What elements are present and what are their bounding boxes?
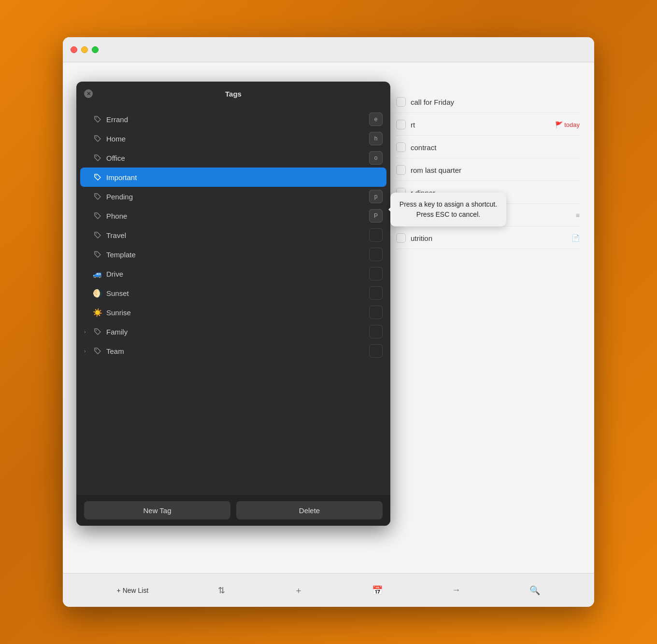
shortcut-key-important[interactable] bbox=[365, 170, 379, 184]
tag-item-pending[interactable]: Pendingp bbox=[76, 187, 390, 206]
close-button[interactable] bbox=[71, 46, 77, 53]
main-content: ✕ Tags Errande Homeh Officeo Important P… bbox=[63, 62, 594, 573]
task-checkbox[interactable] bbox=[396, 233, 406, 243]
tag-icon-office bbox=[93, 153, 102, 163]
tag-label-phone: Phone bbox=[106, 212, 383, 220]
expand-arrow: › bbox=[84, 329, 92, 335]
filter-button[interactable]: ⇅ bbox=[218, 585, 225, 596]
modal-title: Tags bbox=[225, 90, 242, 98]
shortcut-key-home[interactable]: h bbox=[369, 132, 383, 145]
task-checkbox[interactable] bbox=[396, 142, 406, 152]
task-text: rt bbox=[411, 121, 550, 129]
svg-point-5 bbox=[96, 214, 97, 215]
svg-point-2 bbox=[96, 156, 97, 157]
new-list-button[interactable]: + New List bbox=[117, 587, 149, 594]
tag-icon-travel bbox=[93, 230, 102, 240]
modal-footer: New Tag Delete bbox=[76, 495, 390, 526]
shortcut-key-family[interactable] bbox=[369, 325, 383, 338]
bottom-toolbar: + New List ⇅ ＋ 📅 → 🔍 bbox=[63, 573, 594, 607]
svg-point-4 bbox=[96, 195, 97, 196]
add-icon: ＋ bbox=[294, 585, 303, 596]
tag-item-phone[interactable]: PhoneP bbox=[76, 206, 390, 225]
search-button[interactable]: 🔍 bbox=[529, 585, 540, 596]
tag-icon-important bbox=[93, 172, 102, 182]
shortcut-key-sunrise[interactable] bbox=[369, 306, 383, 319]
tag-icon-pending bbox=[93, 192, 102, 201]
tag-icon-errand bbox=[93, 114, 102, 124]
expand-arrow: › bbox=[84, 348, 92, 354]
tag-item-home[interactable]: Homeh bbox=[76, 129, 390, 148]
task-text: utrition bbox=[411, 234, 567, 242]
svg-point-1 bbox=[96, 137, 97, 138]
tooltip-text: Press a key to assign a shortcut. Press … bbox=[400, 200, 497, 218]
task-flag: 🚩 today bbox=[555, 121, 580, 128]
svg-point-8 bbox=[96, 330, 97, 331]
tag-label-sunset: Sunset bbox=[106, 289, 383, 297]
task-checkbox[interactable] bbox=[396, 97, 406, 107]
tag-item-family[interactable]: › Family bbox=[76, 322, 390, 341]
maximize-button[interactable] bbox=[92, 46, 99, 53]
tags-modal: ✕ Tags Errande Homeh Officeo Important P… bbox=[76, 82, 390, 526]
shortcut-key-travel[interactable] bbox=[369, 228, 383, 242]
tag-label-home: Home bbox=[106, 135, 383, 143]
task-checkbox[interactable] bbox=[396, 120, 406, 129]
tag-item-important[interactable]: Important bbox=[80, 168, 386, 187]
tag-item-office[interactable]: Officeo bbox=[76, 148, 390, 168]
new-list-label: + New List bbox=[117, 587, 149, 594]
task-item-t4: rom last quarter bbox=[396, 159, 580, 181]
modal-close-icon: ✕ bbox=[86, 91, 91, 97]
svg-point-6 bbox=[96, 233, 97, 234]
task-text: contract bbox=[411, 143, 580, 152]
svg-point-9 bbox=[96, 349, 97, 350]
task-checkbox[interactable] bbox=[396, 165, 406, 175]
tag-label-drive: Drive bbox=[106, 270, 383, 278]
tag-item-sunrise[interactable]: ☀️Sunrise bbox=[76, 303, 390, 322]
calendar-icon: 📅 bbox=[372, 585, 383, 596]
tags-list: Errande Homeh Officeo Important Pendingp… bbox=[76, 106, 390, 495]
filter-icon: ⇅ bbox=[218, 585, 225, 596]
tag-label-family: Family bbox=[106, 328, 383, 336]
shortcut-key-drive[interactable] bbox=[369, 267, 383, 280]
tag-emoji-drive: 🚙 bbox=[93, 269, 102, 279]
tag-emoji-sunset: 🌖 bbox=[93, 288, 102, 298]
task-item-t1: call for Friday bbox=[396, 91, 580, 113]
tag-item-drive[interactable]: 🚙Drive bbox=[76, 264, 390, 283]
tag-label-travel: Travel bbox=[106, 231, 383, 239]
tag-icon-phone bbox=[93, 211, 102, 221]
tag-icon-template bbox=[93, 250, 102, 259]
task-item-t8: utrition📄 bbox=[396, 227, 580, 249]
tag-item-team[interactable]: › Team bbox=[76, 341, 390, 361]
shortcut-key-phone[interactable]: P bbox=[369, 209, 383, 223]
tag-item-errand[interactable]: Errande bbox=[76, 110, 390, 129]
new-tag-button[interactable]: New Tag bbox=[84, 501, 230, 519]
tag-label-template: Template bbox=[106, 251, 383, 259]
task-item-t3: contract bbox=[396, 137, 580, 158]
tag-label-sunrise: Sunrise bbox=[106, 308, 383, 317]
arrow-button[interactable]: → bbox=[452, 585, 460, 595]
task-panel: call for Fridayrt🚩 todaycontractrom last… bbox=[377, 62, 594, 573]
svg-point-7 bbox=[96, 252, 97, 253]
tag-item-template[interactable]: Template bbox=[76, 245, 390, 264]
shortcut-key-office[interactable]: o bbox=[369, 151, 383, 165]
delete-button[interactable]: Delete bbox=[236, 501, 383, 519]
shortcut-key-pending[interactable]: p bbox=[369, 190, 383, 203]
shortcut-key-template[interactable] bbox=[369, 248, 383, 261]
add-button[interactable]: ＋ bbox=[294, 585, 303, 596]
tag-label-errand: Errand bbox=[106, 115, 383, 124]
tag-icon-team bbox=[93, 346, 102, 356]
tag-label-pending: Pending bbox=[106, 193, 383, 201]
minimize-button[interactable] bbox=[81, 46, 88, 53]
shortcut-key-team[interactable] bbox=[369, 344, 383, 358]
task-list-icon: ≡ bbox=[576, 211, 580, 219]
modal-close-button[interactable]: ✕ bbox=[84, 89, 93, 98]
shortcut-key-errand[interactable]: e bbox=[369, 112, 383, 126]
title-bar: ⧉ bbox=[63, 37, 594, 62]
calendar-button[interactable]: 📅 bbox=[372, 585, 383, 596]
svg-point-0 bbox=[96, 117, 97, 118]
tag-label-team: Team bbox=[106, 347, 383, 355]
shortcut-key-sunset[interactable] bbox=[369, 286, 383, 300]
tag-icon-family bbox=[93, 327, 102, 336]
tag-item-sunset[interactable]: 🌖Sunset bbox=[76, 283, 390, 303]
tag-item-travel[interactable]: Travel bbox=[76, 225, 390, 245]
shortcut-tooltip: Press a key to assign a shortcut. Press … bbox=[390, 193, 506, 226]
